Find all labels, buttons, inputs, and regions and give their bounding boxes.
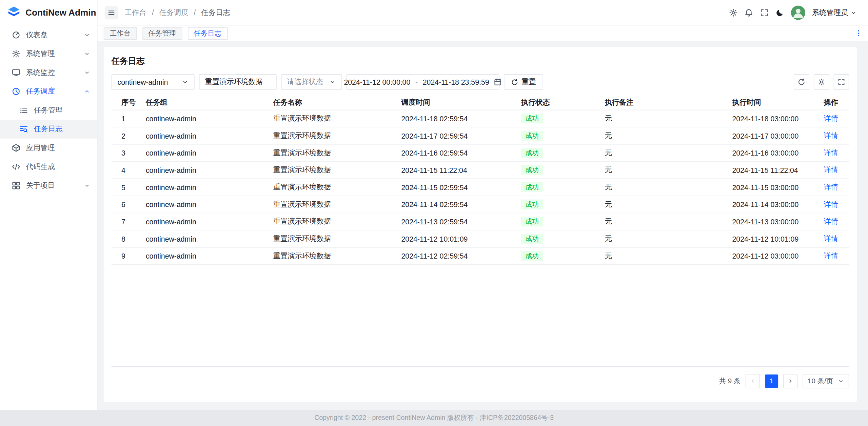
table-refresh-button[interactable] (794, 74, 809, 90)
status-badge: 成功 (521, 200, 543, 209)
refresh-icon (797, 78, 805, 86)
pagination-next-button[interactable] (783, 374, 798, 388)
detail-link[interactable]: 详情 (824, 217, 838, 226)
cell-status: 成功 (512, 148, 596, 158)
sidebar-item-task-log[interactable]: 任务日志 (0, 120, 97, 139)
breadcrumb-item[interactable]: 任务调度 (159, 7, 188, 17)
sidebar-item-label: 系统管理 (26, 49, 78, 59)
detail-link[interactable]: 详情 (824, 200, 838, 208)
cell-note: 无 (596, 234, 723, 244)
cell-exec-time: 2024-11-18 03:00:00 (723, 115, 815, 123)
main-area: 工作台 / 任务调度 / 任务日志 (98, 0, 868, 410)
detail-link[interactable]: 详情 (824, 114, 838, 123)
pagination-page-1[interactable]: 1 (765, 374, 778, 388)
notifications-button[interactable] (744, 8, 753, 17)
cell-action: 详情 (815, 114, 849, 123)
chevron-down-icon (84, 69, 91, 76)
chevron-up-icon (84, 88, 91, 95)
cell-name: 重置演示环境数据 (264, 114, 393, 123)
sidebar-item-task-schedule[interactable]: 任务调度 (0, 82, 97, 101)
detail-link[interactable]: 详情 (824, 234, 838, 243)
cell-no: 2 (112, 131, 137, 140)
cell-schedule-time: 2024-11-17 02:59:54 (392, 131, 512, 140)
detail-link[interactable]: 详情 (824, 131, 838, 140)
page-footer: Copyright © 2022 - present ContiNew Admi… (0, 410, 868, 426)
cell-no: 4 (112, 166, 137, 175)
table-row: 3 continew-admin 重置演示环境数据 2024-11-16 02:… (112, 145, 849, 162)
task-group-select[interactable]: continew-admin (112, 74, 195, 90)
fullscreen-button[interactable] (760, 8, 769, 17)
dark-mode-toggle[interactable] (775, 8, 784, 17)
task-log-table: 序号 任务组 任务名称 调度时间 执行状态 执行备注 执行时间 操作 1 (112, 95, 849, 367)
detail-link[interactable]: 详情 (824, 251, 838, 260)
cell-group: continew-admin (137, 131, 264, 140)
cell-status: 成功 (512, 217, 596, 226)
chevron-down-icon (84, 50, 91, 57)
cell-no: 3 (112, 149, 137, 157)
detail-link[interactable]: 详情 (824, 183, 838, 191)
tab-workbench[interactable]: 工作台 (104, 27, 137, 40)
detail-link[interactable]: 详情 (824, 148, 838, 157)
pagination-prev-button[interactable] (746, 374, 760, 388)
cell-note: 无 (596, 217, 723, 226)
cell-note: 无 (596, 251, 723, 261)
user-name: 系统管理员 (812, 7, 848, 17)
sidebar-item-label: 代码生成 (26, 162, 91, 171)
status-select[interactable]: 请选择状态 (281, 74, 342, 90)
date-range-picker[interactable]: 2024-11-12 00:00:00 - 2024-11-18 23:59:5… (347, 74, 499, 90)
page-tab-bar: 工作台 任务管理 任务日志 (98, 25, 868, 41)
cell-schedule-time: 2024-11-12 02:59:54 (392, 252, 512, 260)
reset-button[interactable]: 重置 (504, 74, 543, 90)
cell-name: 重置演示环境数据 (264, 182, 393, 192)
user-avatar[interactable] (791, 5, 806, 20)
breadcrumb-separator: / (194, 8, 196, 17)
calendar-icon (494, 78, 502, 86)
chevron-down-icon (84, 182, 91, 189)
column-header-exec-time: 执行时间 (723, 98, 815, 107)
tab-task-log[interactable]: 任务日志 (188, 27, 228, 40)
sidebar-item-task-management[interactable]: 任务管理 (0, 101, 97, 120)
status-badge: 成功 (521, 114, 543, 123)
cell-action: 详情 (815, 165, 849, 175)
cell-schedule-time: 2024-11-18 02:59:54 (392, 115, 512, 123)
table-settings-button[interactable] (814, 74, 829, 90)
cell-name: 重置演示环境数据 (264, 234, 393, 244)
settings-button[interactable] (729, 8, 738, 17)
user-menu[interactable]: 系统管理员 (812, 7, 857, 17)
sidebar-item-system-monitor[interactable]: 系统监控 (0, 63, 97, 82)
gear-icon (729, 8, 738, 17)
tab-more-button[interactable] (855, 29, 863, 37)
cell-group: continew-admin (137, 183, 264, 191)
cell-no: 1 (112, 115, 137, 123)
cell-action: 详情 (815, 217, 849, 226)
page-size-select[interactable]: 10 条/页 (803, 374, 849, 388)
cell-note: 无 (596, 148, 723, 158)
cell-no: 9 (112, 252, 137, 260)
table-row: 7 continew-admin 重置演示环境数据 2024-11-13 02:… (112, 213, 849, 230)
tab-label: 工作台 (110, 28, 131, 38)
cell-schedule-time: 2024-11-13 02:59:54 (392, 218, 512, 226)
breadcrumb-item[interactable]: 工作台 (125, 7, 146, 17)
cell-action: 详情 (815, 251, 849, 261)
tab-task-management[interactable]: 任务管理 (142, 27, 182, 40)
table-header: 序号 任务组 任务名称 调度时间 执行状态 执行备注 执行时间 操作 (112, 95, 849, 110)
cell-status: 成功 (512, 182, 596, 192)
cell-name: 重置演示环境数据 (264, 148, 393, 158)
table-fullscreen-button[interactable] (834, 74, 849, 90)
sidebar-item-app-management[interactable]: 应用管理 (0, 139, 97, 158)
cell-group: continew-admin (137, 115, 264, 123)
cell-exec-time: 2024-11-12 03:00:00 (723, 252, 815, 260)
sidebar-item-code-generation[interactable]: 代码生成 (0, 157, 97, 176)
pagination: 共 9 条 1 10 条/页 (112, 367, 849, 395)
cell-exec-time: 2024-11-15 03:00:00 (723, 183, 815, 191)
cell-exec-time: 2024-11-13 03:00:00 (723, 218, 815, 226)
task-name-input[interactable]: 重置演示环境数据 (199, 74, 277, 90)
status-badge: 成功 (521, 165, 543, 175)
detail-link[interactable]: 详情 (824, 166, 838, 174)
sidebar-item-system-management[interactable]: 系统管理 (0, 44, 97, 63)
sidebar-item-dashboard[interactable]: 仪表盘 (0, 25, 97, 44)
sidebar-item-about-project[interactable]: 关于项目 (0, 176, 97, 195)
app-box-icon (12, 143, 20, 152)
collapse-sidebar-button[interactable] (105, 6, 118, 19)
cell-exec-time: 2024-11-15 11:22:04 (723, 166, 815, 175)
